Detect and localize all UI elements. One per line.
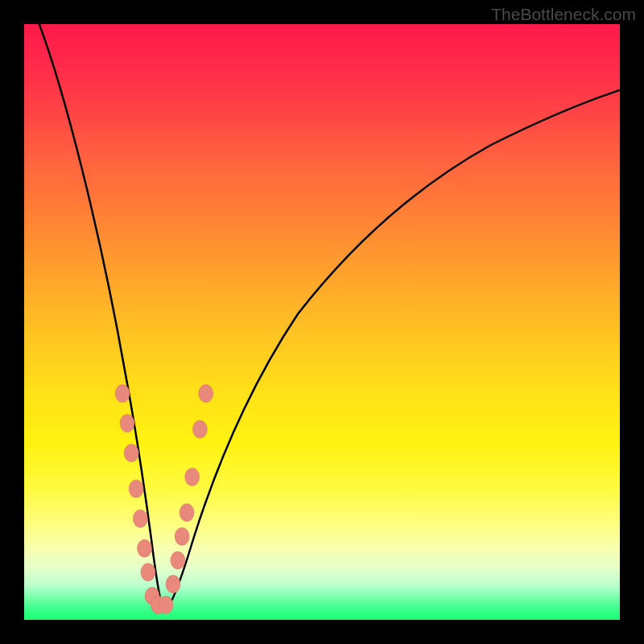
watermark-text: TheBottleneck.com <box>491 5 636 24</box>
outer-frame: TheBottleneck.com <box>0 0 644 644</box>
plot-area <box>24 24 620 620</box>
